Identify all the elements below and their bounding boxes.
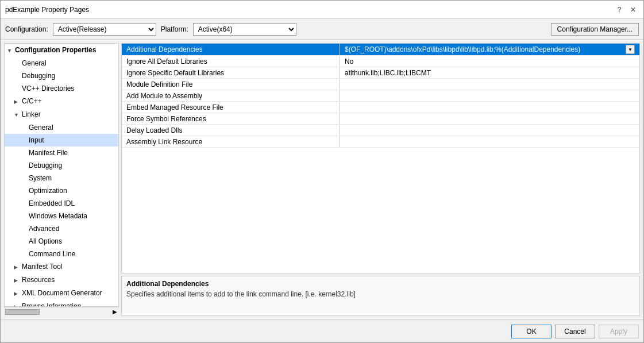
- tree-label-linker-input: Input: [29, 136, 44, 144]
- expand-icon-browse-info[interactable]: ▶: [14, 302, 22, 307]
- prop-name-module-def: Module Definition File: [122, 79, 340, 90]
- prop-value-add-module: [340, 90, 639, 101]
- tree-item-general[interactable]: General: [5, 57, 118, 70]
- description-title: Additional Dependencies: [126, 280, 635, 288]
- prop-value-text-ignore-all: No: [345, 57, 635, 65]
- tree-label-linker-allopts: All Options: [29, 237, 62, 245]
- tree-item-debugging[interactable]: Debugging: [5, 70, 118, 82]
- tree-panel: ▼Configuration PropertiesGeneralDebuggin…: [4, 43, 119, 307]
- tree-label-linker-optim: Optimization: [29, 187, 67, 195]
- tree-item-xml-gen[interactable]: ▶XML Document Generator: [5, 287, 118, 300]
- tree-label-linker-cmdline: Command Line: [29, 250, 75, 258]
- tree-item-linker-winmeta[interactable]: Windows Metadata: [5, 210, 118, 222]
- tree-label-debugging: Debugging: [22, 72, 55, 80]
- tree-label-general: General: [22, 59, 47, 67]
- tree-item-browse-info[interactable]: ▶Browse Information: [5, 300, 118, 307]
- tree-item-cpp[interactable]: ▶C/C++: [5, 95, 118, 108]
- prop-name-ignore-all: Ignore All Default Libraries: [122, 56, 340, 67]
- tree-label-linker-general: General: [29, 124, 53, 132]
- tree-item-config-props[interactable]: ▼Configuration Properties: [5, 44, 118, 57]
- tree-item-linker-manifest[interactable]: Manifest File: [5, 147, 118, 159]
- configuration-select[interactable]: Active(Release): [53, 23, 156, 36]
- main-window: pdExample Property Pages ? ✕ Configurati…: [0, 0, 644, 343]
- expand-icon-xml-gen[interactable]: ▶: [14, 288, 22, 299]
- prop-value-assembly-link: [340, 136, 639, 147]
- footer: OK Cancel Apply: [1, 319, 643, 342]
- tree-item-linker[interactable]: ▼Linker: [5, 108, 118, 121]
- ok-button[interactable]: OK: [511, 325, 552, 338]
- prop-value-text-ignore-specific: atlthunk.lib;LIBC.lib;LIBCMT: [345, 69, 635, 77]
- platform-label: Platform:: [161, 25, 188, 33]
- prop-name-add-module: Add Module to Assembly: [122, 90, 340, 101]
- cancel-button[interactable]: Cancel: [555, 325, 595, 338]
- tree-item-linker-advanced[interactable]: Advanced: [5, 222, 118, 235]
- tree-item-vc-dirs[interactable]: VC++ Directories: [5, 82, 118, 95]
- tree-item-manifest-tool[interactable]: ▶Manifest Tool: [5, 260, 118, 273]
- tree-item-linker-allopts[interactable]: All Options: [5, 235, 118, 248]
- tree-item-linker-optim[interactable]: Optimization: [5, 184, 118, 197]
- prop-row-assembly-link[interactable]: Assembly Link Resource: [122, 136, 639, 148]
- right-panel: Additional Dependencies$(OF_ROOT)\addons…: [121, 43, 640, 316]
- expand-icon-manifest-tool[interactable]: ▶: [14, 262, 22, 272]
- prop-row-ignore-specific[interactable]: Ignore Specific Default Librariesatlthun…: [122, 67, 639, 79]
- scroll-right-btn[interactable]: ▶: [111, 309, 119, 315]
- tree-label-vc-dirs: VC++ Directories: [22, 84, 74, 93]
- prop-row-module-def[interactable]: Module Definition File: [122, 79, 639, 90]
- prop-name-force-symbol: Force Symbol References: [122, 113, 340, 124]
- tree-item-linker-cmdline[interactable]: Command Line: [5, 248, 118, 260]
- prop-name-assembly-link: Assembly Link Resource: [122, 136, 340, 147]
- tree-item-linker-input[interactable]: Input: [5, 134, 118, 147]
- prop-row-add-module[interactable]: Add Module to Assembly: [122, 90, 639, 102]
- prop-row-force-symbol[interactable]: Force Symbol References: [122, 113, 639, 125]
- tree-item-linker-debug[interactable]: Debugging: [5, 159, 118, 172]
- expand-icon-cpp[interactable]: ▶: [14, 97, 22, 107]
- tree-label-xml-gen: XML Document Generator: [22, 289, 102, 297]
- tree-item-linker-general[interactable]: General: [5, 121, 118, 134]
- tree-item-resources[interactable]: ▶Resources: [5, 273, 118, 287]
- prop-dropdown-btn-add-deps[interactable]: ▼: [626, 45, 635, 54]
- prop-value-ignore-specific: atlthunk.lib;LIBC.lib;LIBCMT: [340, 67, 639, 78]
- prop-name-ignore-specific: Ignore Specific Default Libraries: [122, 67, 340, 78]
- tree-item-linker-system[interactable]: System: [5, 172, 118, 184]
- prop-value-embed-managed: [340, 102, 639, 113]
- prop-row-add-deps[interactable]: Additional Dependencies$(OF_ROOT)\addons…: [122, 44, 639, 56]
- configuration-label: Configuration:: [5, 25, 48, 33]
- tree-label-linker-system: System: [29, 174, 52, 182]
- scrollbar-thumb[interactable]: [5, 309, 40, 315]
- tree-label-cpp: C/C++: [22, 97, 42, 105]
- prop-value-force-symbol: [340, 113, 639, 124]
- close-button[interactable]: ✕: [627, 4, 639, 16]
- tree-label-resources: Resources: [22, 276, 55, 284]
- description-panel: Additional Dependencies Specifies additi…: [121, 276, 640, 316]
- tree-label-manifest-tool: Manifest Tool: [22, 263, 62, 271]
- prop-row-ignore-all[interactable]: Ignore All Default LibrariesNo: [122, 56, 639, 67]
- expand-icon-linker[interactable]: ▼: [14, 110, 22, 120]
- tree-scrollbar: ▶: [4, 307, 119, 316]
- title-controls: ? ✕: [614, 4, 639, 16]
- property-grid: Additional Dependencies$(OF_ROOT)\addons…: [121, 43, 640, 273]
- prop-value-ignore-all: No: [340, 56, 639, 67]
- tree-label-linker-advanced: Advanced: [29, 225, 59, 233]
- prop-value-module-def: [340, 79, 639, 90]
- platform-select[interactable]: Active(x64): [193, 23, 296, 36]
- configuration-manager-button[interactable]: Configuration Manager...: [551, 23, 639, 36]
- prop-value-add-deps: $(OF_ROOT)\addons\ofxPd\libs\libpd\lib\l…: [340, 44, 639, 55]
- prop-row-delay-loaded[interactable]: Delay Loaded Dlls: [122, 125, 639, 136]
- tree-label-browse-info: Browse Information: [22, 302, 81, 307]
- tree-label-linker-winmeta: Windows Metadata: [29, 212, 87, 220]
- help-button[interactable]: ?: [614, 4, 625, 16]
- apply-button[interactable]: Apply: [599, 325, 639, 338]
- config-bar: Configuration: Active(Release) Platform:…: [1, 19, 643, 40]
- tree-label-linker-embedded: Embedded IDL: [29, 199, 75, 207]
- tree-label-linker-debug: Debugging: [29, 161, 62, 169]
- tree-label-linker: Linker: [22, 110, 41, 118]
- tree-label-config-props: Configuration Properties: [15, 46, 96, 54]
- tree-item-linker-embedded[interactable]: Embedded IDL: [5, 197, 118, 210]
- title-bar: pdExample Property Pages ? ✕: [1, 1, 643, 19]
- tree-label-linker-manifest: Manifest File: [29, 149, 68, 157]
- prop-name-delay-loaded: Delay Loaded Dlls: [122, 125, 340, 136]
- prop-name-embed-managed: Embed Managed Resource File: [122, 102, 340, 113]
- expand-icon-resources[interactable]: ▶: [14, 275, 22, 286]
- expand-icon-config-props[interactable]: ▼: [7, 45, 15, 56]
- prop-row-embed-managed[interactable]: Embed Managed Resource File: [122, 102, 639, 113]
